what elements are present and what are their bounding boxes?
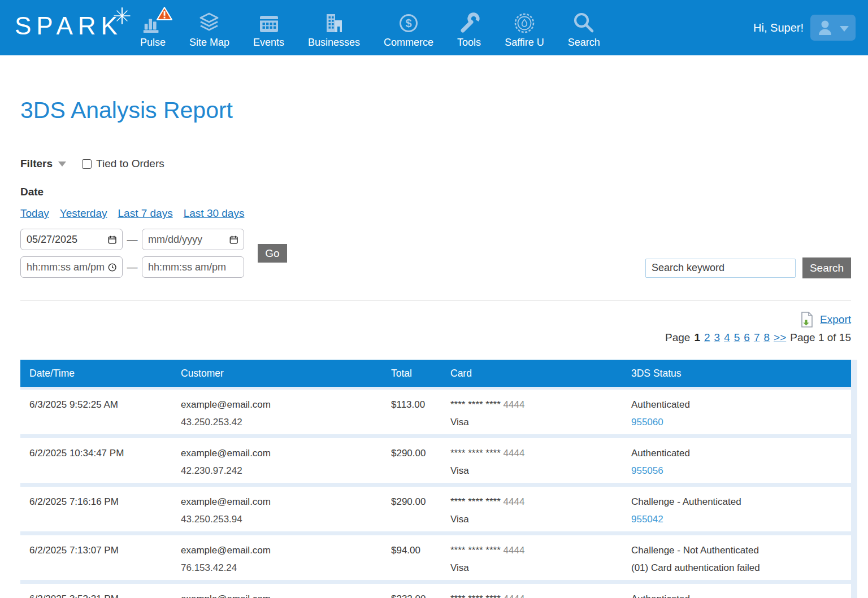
export-file-icon[interactable]	[800, 312, 814, 328]
cell-datetime: 6/2/2025 7:16:16 PM	[20, 487, 172, 531]
time-to-field[interactable]	[142, 256, 244, 278]
time-from-field[interactable]	[20, 256, 123, 278]
pagination-page-4[interactable]: 4	[724, 331, 730, 344]
card-mask: **** **** ****	[450, 399, 501, 410]
pagination-page-6[interactable]: 6	[744, 331, 750, 344]
buildings-icon	[323, 11, 345, 36]
link-last-7-days[interactable]: Last 7 days	[118, 207, 173, 220]
pagination-page-2[interactable]: 2	[704, 331, 710, 344]
card-number: **** **** **** 4444	[450, 444, 622, 462]
spark-logo-text: SPARK	[15, 12, 123, 40]
cell-status: Authenticated	[622, 584, 851, 598]
pagination-page-8[interactable]: 8	[763, 331, 770, 344]
cell-customer: example@email.com 42.230.97.242	[172, 438, 382, 483]
link-last-30-days[interactable]: Last 30 days	[184, 207, 245, 220]
chevron-down-icon	[840, 26, 849, 32]
table-row: 6/2/2025 10:34:47 PM example@email.com 4…	[20, 438, 851, 483]
pagination-page-7[interactable]: 7	[754, 331, 760, 344]
date-to-input[interactable]	[148, 234, 229, 246]
date-to-field[interactable]	[142, 229, 244, 250]
tied-to-orders-checkbox[interactable]	[82, 159, 92, 169]
section-divider	[20, 300, 851, 300]
date-from-input[interactable]	[27, 234, 108, 246]
cell-card: **** **** **** 4444	[441, 584, 622, 598]
results-table: Date/Time Customer Total Card 3DS Status…	[20, 360, 857, 598]
pagination-current-page: 1	[694, 331, 700, 344]
card-mask: **** **** ****	[450, 496, 501, 507]
status-transaction-link[interactable]: 955056	[631, 462, 663, 479]
nav-label-events: Events	[253, 37, 284, 49]
pagination-page-5[interactable]: 5	[734, 331, 740, 344]
link-yesterday[interactable]: Yesterday	[60, 207, 107, 220]
clock-small-icon[interactable]	[108, 263, 116, 272]
table-row: 6/2/2025 7:13:07 PM example@email.com 76…	[20, 535, 851, 580]
filters-label: Filters	[20, 158, 53, 170]
alert-triangle-icon	[157, 6, 172, 21]
nav-item-events[interactable]: Events	[241, 11, 296, 49]
time-from-input[interactable]	[27, 261, 108, 273]
card-number: **** **** **** 4444	[450, 542, 622, 559]
cell-customer: example@email.com 43.250.253.94	[172, 487, 382, 531]
pagination-summary: Page 1 of 15	[790, 331, 851, 344]
card-number: **** **** **** 4444	[450, 493, 622, 510]
column-header-customer: Customer	[172, 368, 382, 379]
time-to-input[interactable]	[148, 261, 238, 273]
filters-chevron-down-icon[interactable]	[58, 161, 66, 167]
cell-datetime: 6/2/2025 7:13:07 PM	[20, 535, 172, 580]
nav-label-commerce: Commerce	[384, 37, 433, 49]
card-type: Visa	[450, 413, 622, 431]
cell-total: $290.00	[382, 438, 441, 483]
status-text: Authenticated	[631, 444, 851, 462]
column-header-3ds-status: 3DS Status	[622, 368, 851, 379]
nav-item-saffire-u[interactable]: Saffire U	[493, 11, 556, 49]
export-link[interactable]: Export	[820, 313, 851, 326]
nav-label-search: Search	[568, 37, 600, 49]
status-transaction-link[interactable]: 955042	[631, 510, 663, 528]
table-row: 6/2/2025 7:16:16 PM example@email.com 43…	[20, 487, 851, 531]
card-type: Visa	[450, 510, 622, 528]
go-button[interactable]: Go	[258, 244, 287, 263]
customer-ip: 76.153.42.24	[181, 559, 382, 577]
nav-item-pulse[interactable]: Pulse	[128, 11, 177, 49]
top-navbar: SPARK	[0, 0, 868, 55]
search-input[interactable]	[645, 259, 796, 278]
seal-icon	[513, 11, 536, 36]
nav-item-site-map[interactable]: Site Map	[177, 11, 241, 49]
column-header-card: Card	[441, 368, 622, 379]
status-text: Challenge - Authenticated	[631, 493, 851, 510]
nav-item-businesses[interactable]: Businesses	[296, 11, 372, 49]
date-from-field[interactable]	[20, 229, 123, 250]
link-today[interactable]: Today	[20, 207, 49, 220]
cell-card: **** **** **** 4444 Visa	[441, 487, 622, 531]
column-header-date-time: Date/Time	[20, 368, 172, 379]
cell-total: $232.00	[382, 584, 441, 598]
dollar-circle-icon: $	[397, 11, 420, 36]
status-text: Authenticated	[631, 590, 851, 598]
user-menu-button[interactable]	[810, 15, 856, 41]
cell-customer: example@email.com 76.153.42.24	[172, 535, 382, 580]
nav-label-businesses: Businesses	[308, 37, 360, 49]
table-header: Date/Time Customer Total Card 3DS Status	[20, 360, 851, 387]
calendar-small-icon[interactable]	[108, 235, 116, 245]
status-text: Challenge - Not Authenticated	[631, 542, 851, 559]
cell-status: Authenticated 955056	[622, 438, 851, 483]
card-last4: 4444	[504, 448, 525, 459]
pagination-page-3[interactable]: 3	[714, 331, 721, 344]
search-button[interactable]: Search	[802, 257, 851, 278]
card-mask: **** **** ****	[450, 545, 501, 556]
nav-label-saffire-u: Saffire U	[505, 37, 544, 49]
pagination-next[interactable]: >>	[774, 331, 786, 344]
wrench-icon	[458, 11, 480, 36]
nav-item-tools[interactable]: Tools	[445, 11, 493, 49]
filters-row: Filters Tied to Orders	[20, 158, 164, 170]
greeting-text: Hi, Super!	[753, 21, 804, 34]
status-transaction-link[interactable]: 955060	[631, 413, 663, 431]
cell-card: **** **** **** 4444 Visa	[441, 390, 622, 434]
nav-item-commerce[interactable]: $ Commerce	[372, 11, 445, 49]
nav-item-search[interactable]: Search	[556, 11, 612, 49]
card-last4: 4444	[504, 496, 525, 507]
spark-logo[interactable]: SPARK	[15, 12, 123, 40]
cell-status: Authenticated 955060	[622, 390, 851, 434]
calendar-small-icon[interactable]	[229, 235, 238, 245]
table-row: 6/3/2025 9:52:25 AM example@email.com 43…	[20, 390, 851, 434]
